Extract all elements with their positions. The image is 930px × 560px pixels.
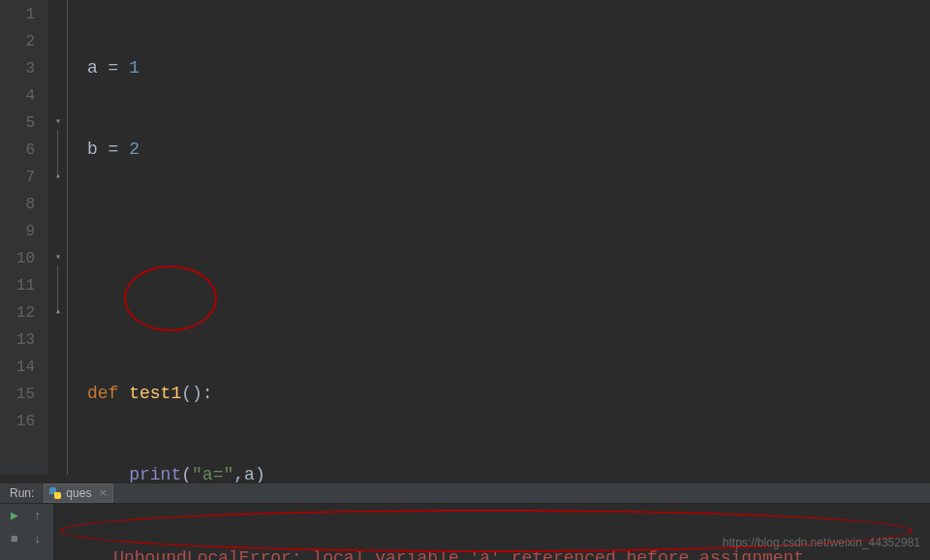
tab-label: ques xyxy=(66,480,91,507)
rerun-button[interactable]: ▶ xyxy=(6,508,23,525)
line-number: 12 xyxy=(0,299,35,327)
stop-button[interactable]: ■ xyxy=(6,531,23,548)
code-line xyxy=(87,217,265,244)
line-number: 15 xyxy=(0,381,35,408)
line-number: 2 xyxy=(0,28,35,55)
code-line xyxy=(87,298,265,326)
code-line: a = 1 xyxy=(87,54,265,81)
line-number: 9 xyxy=(0,218,35,245)
run-toolbar: Run: ques × xyxy=(0,482,930,504)
up-button[interactable]: ↑ xyxy=(29,508,46,525)
line-number: 8 xyxy=(0,191,35,218)
output-gutter: ▶ ■ ↑ ↓ xyxy=(0,504,54,560)
run-tab[interactable]: ques × xyxy=(44,483,113,503)
line-number: 14 xyxy=(0,354,35,381)
line-number: 6 xyxy=(0,137,35,164)
close-icon[interactable]: × xyxy=(99,480,107,507)
line-number: 13 xyxy=(0,327,35,354)
fold-icon[interactable]: ▾ xyxy=(52,116,64,128)
python-icon xyxy=(48,486,62,500)
line-number-gutter: 1 2 3 4 5 6 7 8 9 10 11 12 13 14 15 16 xyxy=(0,0,48,475)
code-editor[interactable]: 1 2 3 4 5 6 7 8 9 10 11 12 13 14 15 16 ▾… xyxy=(0,0,930,475)
line-number: 16 xyxy=(0,408,35,435)
fold-icon[interactable]: ▾ xyxy=(52,252,64,264)
line-number: 3 xyxy=(0,55,35,82)
line-number: 10 xyxy=(0,245,35,272)
error-message: UnboundLocalError: local variable 'a' re… xyxy=(113,548,804,560)
fold-end-icon[interactable]: ▴ xyxy=(52,171,64,182)
line-number: 4 xyxy=(0,82,35,109)
code-line: b = 2 xyxy=(87,136,265,163)
code-line: def test1(): xyxy=(87,380,265,407)
fold-end-icon[interactable]: ▴ xyxy=(52,306,64,318)
fold-column: ▾ ▴ ▾ ▴ xyxy=(48,0,68,475)
down-button[interactable]: ↓ xyxy=(29,531,46,548)
line-number: 11 xyxy=(0,272,35,299)
code-area[interactable]: a = 1 b = 2 def test1(): print("a=",a) p… xyxy=(68,0,265,475)
line-number: 5 xyxy=(0,109,35,137)
watermark: https://blog.csdn.net/weixin_44352981 xyxy=(723,529,920,556)
line-number: 1 xyxy=(0,1,35,28)
line-number: 7 xyxy=(0,164,35,191)
